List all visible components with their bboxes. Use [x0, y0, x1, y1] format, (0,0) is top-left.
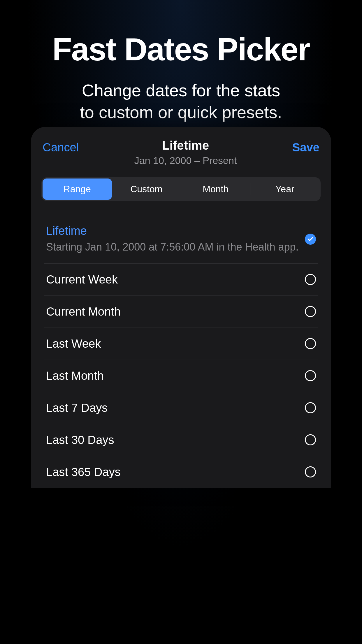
segmented-control: Range Custom Month Year	[41, 177, 321, 201]
option-label: Current Month	[46, 305, 305, 318]
radio-unchecked-icon	[305, 466, 316, 477]
segment-custom[interactable]: Custom	[112, 178, 181, 200]
option-label: Last 7 Days	[46, 401, 305, 414]
radio-unchecked-icon	[305, 306, 316, 317]
option-text: Last Month	[46, 369, 305, 382]
sheet-header: Cancel Lifetime Jan 10, 2000 – Present S…	[40, 139, 322, 177]
option-label: Last 30 Days	[46, 433, 305, 447]
option-current-month[interactable]: Current Month	[44, 296, 318, 328]
options-list: Lifetime Starting Jan 10, 2000 at 7:56:0…	[40, 215, 322, 488]
option-current-week[interactable]: Current Week	[44, 264, 318, 296]
option-last-month[interactable]: Last Month	[44, 360, 318, 392]
option-label: Last 365 Days	[46, 466, 305, 479]
radio-checked-icon	[305, 234, 316, 245]
option-label: Last Month	[46, 369, 305, 382]
option-lifetime[interactable]: Lifetime Starting Jan 10, 2000 at 7:56:0…	[44, 215, 318, 264]
sheet-title: Lifetime	[79, 139, 292, 153]
option-last-30-days[interactable]: Last 30 Days	[44, 424, 318, 456]
save-button[interactable]: Save	[292, 139, 319, 154]
hero-subtitle: Change dates for the stats to custom or …	[0, 79, 362, 123]
option-detail: Starting Jan 10, 2000 at 7:56:00 AM in t…	[46, 240, 305, 254]
option-label: Lifetime	[46, 224, 305, 237]
option-text: Current Month	[46, 305, 305, 318]
sheet-header-center: Lifetime Jan 10, 2000 – Present	[79, 139, 292, 166]
radio-unchecked-icon	[305, 434, 316, 445]
cancel-button[interactable]: Cancel	[43, 139, 79, 154]
radio-unchecked-icon	[305, 402, 316, 413]
option-last-365-days[interactable]: Last 365 Days	[44, 456, 318, 488]
option-label: Last Week	[46, 337, 305, 350]
radio-unchecked-icon	[305, 274, 316, 285]
segment-month[interactable]: Month	[181, 178, 250, 200]
radio-unchecked-icon	[305, 338, 316, 349]
option-text: Last Week	[46, 337, 305, 350]
option-text: Last 30 Days	[46, 433, 305, 447]
sheet-subtitle: Jan 10, 2000 – Present	[79, 155, 292, 166]
option-last-7-days[interactable]: Last 7 Days	[44, 392, 318, 424]
option-text: Lifetime Starting Jan 10, 2000 at 7:56:0…	[46, 224, 305, 254]
option-last-week[interactable]: Last Week	[44, 328, 318, 360]
option-text: Last 365 Days	[46, 466, 305, 479]
segment-year[interactable]: Year	[250, 178, 320, 200]
hero-section: Fast Dates Picker Change dates for the s…	[0, 0, 362, 123]
date-picker-sheet: Cancel Lifetime Jan 10, 2000 – Present S…	[31, 127, 331, 488]
option-text: Last 7 Days	[46, 401, 305, 414]
hero-title: Fast Dates Picker	[0, 31, 362, 68]
option-label: Current Week	[46, 273, 305, 286]
option-text: Current Week	[46, 273, 305, 286]
radio-unchecked-icon	[305, 370, 316, 381]
segment-range[interactable]: Range	[43, 178, 112, 200]
